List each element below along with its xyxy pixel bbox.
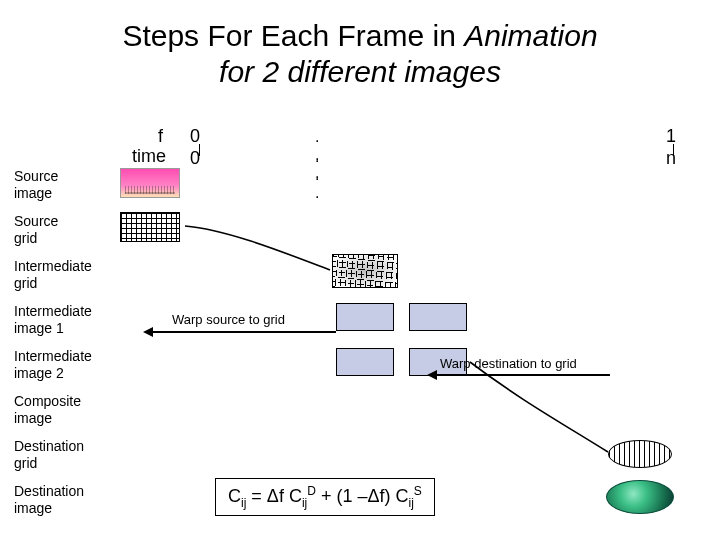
label-composite-image: Composite image: [14, 393, 92, 426]
label-intermediate-image-1: Intermediate image 1: [14, 303, 92, 336]
destination-image-icon: [606, 480, 674, 514]
label-intermediate-grid: Intermediate grid: [14, 258, 92, 291]
intermediate-image-2-icon: [336, 348, 394, 376]
axis-f-label: f: [158, 126, 163, 147]
warp-dest-arrow: [430, 374, 610, 376]
intermediate-grid-icon: [332, 254, 398, 288]
label-destination-image: Destination image: [14, 483, 92, 516]
label-source-image: Source image: [14, 168, 92, 201]
label-source-grid: Source grid: [14, 213, 92, 246]
formula-box: Cij = Δf CijD + (1 –Δf) CijS: [215, 478, 435, 516]
axis-one: 1: [666, 126, 676, 147]
axis-dots-bottom: . . .: [315, 148, 322, 202]
source-grid-icon: [120, 212, 180, 242]
warp-source-label: Warp source to grid: [172, 312, 285, 327]
axis-n: n: [666, 148, 676, 169]
axis-zero-time: 0: [190, 148, 200, 169]
row-labels: Source image Source grid Intermediate gr…: [14, 168, 92, 528]
intermediate-image-1-icon: [336, 303, 394, 331]
destination-grid-icon: [608, 440, 672, 468]
source-image-icon: [120, 168, 180, 198]
warp-source-arrow: [146, 331, 336, 333]
label-intermediate-image-2: Intermediate image 2: [14, 348, 92, 381]
page-title: Steps For Each Frame in Animation for 2 …: [10, 18, 710, 90]
axis-time-label: time: [132, 146, 166, 167]
label-destination-grid: Destination grid: [14, 438, 92, 471]
warp-dest-label: Warp destination to grid: [440, 356, 577, 371]
intermediate-image-1-icon-b: [409, 303, 467, 331]
